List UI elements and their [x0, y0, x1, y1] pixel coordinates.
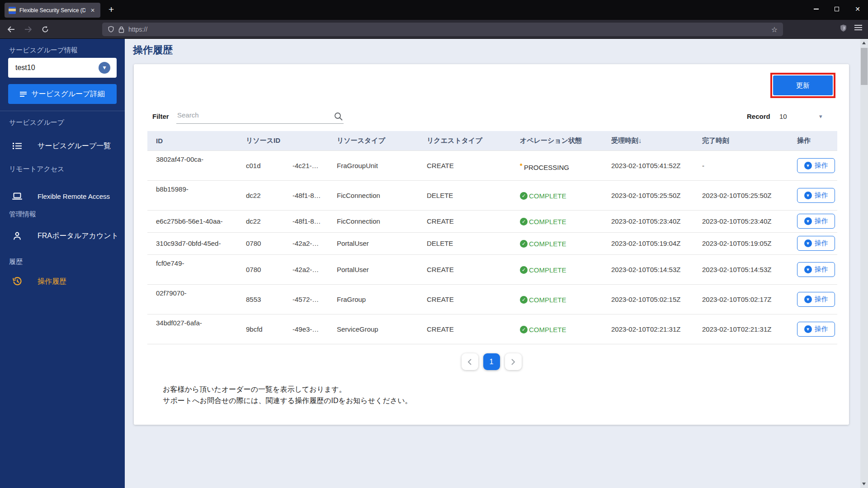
tab-title: Flexible Security Service (Develo [19, 7, 85, 14]
minimize-icon [814, 9, 819, 9]
page-title: 操作履歴 [133, 43, 173, 57]
cell-resource-type: FraGroupUnit [328, 150, 418, 180]
forward-button[interactable] [21, 22, 35, 37]
cell-resource-id: 0780-42a2-… [237, 254, 328, 284]
page-scrollbar[interactable] [860, 39, 868, 488]
sidebar-item-service-group-list[interactable]: サービスグループ一覧 [0, 137, 125, 155]
cell-request-type: CREATE [418, 150, 511, 180]
cell-completed-time: - [693, 150, 788, 180]
row-action-button[interactable]: 操作 [797, 188, 835, 203]
cell-accepted-time: 2023-02-10T05:19:04Z [603, 232, 693, 254]
col-accepted-time[interactable]: 受理時刻↓ [603, 131, 693, 150]
cell-resource-id: 0780-42a2-… [237, 232, 328, 254]
sort-desc-icon: ↓ [638, 136, 642, 144]
scroll-up-arrow-icon[interactable] [862, 42, 866, 44]
section-label-history: 履歴 [9, 258, 23, 266]
row-action-button[interactable]: 操作 [797, 158, 835, 173]
window-maximize-button[interactable] [826, 0, 847, 18]
lock-icon [118, 26, 124, 33]
cell-resource-id: c01d-4c21-… [237, 150, 328, 180]
cell-id: 34bdf027-6afa- [147, 314, 237, 344]
window-minimize-button[interactable] [806, 0, 826, 18]
back-button[interactable] [4, 22, 18, 37]
filter-label: Filter [152, 113, 169, 120]
pagination: 1 [134, 353, 849, 370]
operation-history-table: ID リソースID リソースタイプ リクエストタイプ オペレーション状態 受理時… [147, 131, 837, 344]
record-count-select[interactable]: 10 [779, 113, 787, 120]
cell-request-type: DELETE [418, 232, 511, 254]
cell-id: fcf0e749- [147, 254, 237, 284]
cell-operation-status: COMPLETE [511, 210, 603, 232]
tab-close-icon[interactable]: ✕ [89, 7, 96, 14]
cell-resource-id: dc22-48f1-8… [237, 210, 328, 232]
next-page-button[interactable] [505, 353, 522, 370]
table-row: 310c93d7-0bfd-45ed- 0780-42a2-… PortalUs… [147, 232, 837, 254]
reload-button[interactable] [38, 22, 52, 37]
cell-action: 操作 [788, 180, 837, 210]
status-icon [520, 192, 528, 200]
cell-id: 310c93d7-0bfd-45ed- [147, 232, 237, 254]
sidebar-item-fra-portal-account[interactable]: FRAポータルアカウント [0, 227, 125, 245]
cell-request-type: CREATE [418, 210, 511, 232]
service-group-detail-button[interactable]: サービスグループ詳細 [8, 84, 117, 104]
cell-accepted-time: 2023-02-10T05:41:52Z [603, 150, 693, 180]
cell-id: 02f79070- [147, 284, 237, 314]
window-close-button[interactable]: ✕ [847, 0, 868, 18]
row-action-button[interactable]: 操作 [797, 292, 835, 307]
prev-page-button[interactable] [462, 353, 478, 370]
row-action-button[interactable]: 操作 [797, 322, 835, 337]
browser-window: Flexible Security Service (Develo ✕ + ✕ … [0, 0, 868, 488]
hamburger-icon [854, 25, 862, 30]
status-label: COMPLETE [529, 240, 566, 248]
favicon [9, 7, 16, 14]
sidebar-item-flexible-remote-access[interactable]: Flexible Remote Access [0, 187, 125, 205]
status-label: PROCESSING [524, 164, 569, 171]
service-group-info-label: サービスグループ情報 [9, 46, 78, 55]
cell-request-type: DELETE [418, 180, 511, 210]
search-input[interactable] [176, 109, 344, 124]
cell-action: 操作 [788, 314, 837, 344]
row-action-button[interactable]: 操作 [797, 262, 835, 277]
main-content: 操作履歴 更新 Filter Record 10 ▾ [125, 39, 868, 488]
scroll-down-arrow-icon[interactable] [862, 483, 866, 485]
maximize-icon [835, 7, 839, 11]
col-resource-type: リソースタイプ [328, 131, 418, 150]
cell-accepted-time: 2023-02-10T05:23:40Z [603, 210, 693, 232]
address-bar[interactable]: https:// ☆ [102, 23, 783, 36]
status-icon [520, 326, 528, 333]
service-group-select[interactable]: test10 ▾ [8, 58, 117, 78]
row-action-button[interactable]: 操作 [797, 236, 835, 251]
extension-shield-button[interactable] [840, 24, 847, 34]
col-completed-time: 完了時刻 [693, 131, 788, 150]
search-icon [334, 112, 343, 122]
cell-operation-status: COMPLETE [511, 180, 603, 210]
cell-resource-type: FicConnection [328, 210, 418, 232]
chevron-down-icon [804, 162, 812, 169]
status-icon [520, 296, 528, 304]
bookmark-star-icon[interactable]: ☆ [771, 25, 778, 34]
cell-completed-time: 2023-02-10T02:21:31Z [693, 314, 788, 344]
section-label-remote-access: リモートアクセス [9, 165, 64, 174]
scrollbar-thumb[interactable] [861, 48, 868, 85]
row-action-button[interactable]: 操作 [797, 214, 835, 229]
content-card: 更新 Filter Record 10 ▾ ID [134, 64, 849, 425]
record-label: Record [747, 113, 770, 120]
page-1-button[interactable]: 1 [483, 353, 500, 370]
chevron-down-icon[interactable]: ▾ [819, 113, 822, 120]
sidebar-item-operation-history[interactable]: 操作履歴 [0, 272, 125, 291]
cell-completed-time: 2023-02-10T05:19:05Z [693, 232, 788, 254]
refresh-button[interactable]: 更新 [773, 75, 833, 95]
menu-button[interactable] [854, 24, 862, 30]
section-label-service-group: サービスグループ [9, 118, 64, 127]
cell-accepted-time: 2023-02-10T05:25:50Z [603, 180, 693, 210]
browser-tab[interactable]: Flexible Security Service (Develo ✕ [5, 3, 100, 18]
col-operation-status: オペレーション状態 [511, 131, 603, 150]
chevron-down-icon [804, 296, 812, 303]
cell-request-type: CREATE [418, 254, 511, 284]
cell-resource-type: PortalUser [328, 232, 418, 254]
table-body: 3802af47-00ca- c01d-4c21-… FraGroupUnit … [147, 150, 837, 344]
status-icon [520, 164, 522, 166]
new-tab-button[interactable]: + [105, 4, 118, 15]
table-row: 3802af47-00ca- c01d-4c21-… FraGroupUnit … [147, 150, 837, 180]
list-lines-icon [20, 92, 27, 97]
